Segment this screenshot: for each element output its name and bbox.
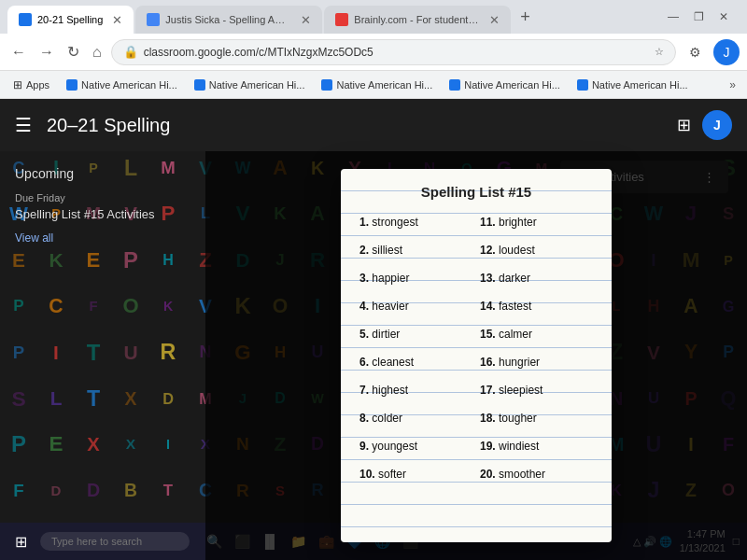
assignment-name: Spelling List #15 Activities xyxy=(15,207,190,221)
view-all-link[interactable]: View all xyxy=(15,231,53,245)
spelling-item: 12. loudest xyxy=(480,237,593,263)
reload-button[interactable]: ↻ xyxy=(63,39,83,64)
bookmark-label-1: Native American Hi... xyxy=(81,79,177,91)
bookmark-favicon-1 xyxy=(66,79,78,91)
spelling-item: 16. hungrier xyxy=(480,349,593,375)
close-button[interactable]: ✕ xyxy=(719,10,728,23)
start-button[interactable]: ⊞ xyxy=(7,529,35,554)
spelling-item: 8. colder xyxy=(359,405,472,431)
bookmark-favicon-4 xyxy=(449,79,460,91)
tab-label-3: Brainly.com - For students. By st... xyxy=(354,14,480,25)
spelling-paper: Spelling List #15 1. strongest11. bright… xyxy=(341,169,612,542)
tab-close-1[interactable]: ✕ xyxy=(112,13,122,27)
spelling-item: 19. windiest xyxy=(480,433,593,459)
paper-title: Spelling List #15 xyxy=(359,184,593,200)
spelling-item: 20. smoother xyxy=(480,461,593,487)
back-button[interactable]: ← xyxy=(7,40,30,64)
main-content: Upcoming Due Friday Spelling List #15 Ac… xyxy=(0,151,747,560)
spelling-grid: 1. strongest11. brighter2. silliest12. l… xyxy=(359,209,593,487)
spelling-item: 14. fastest xyxy=(480,293,593,319)
bookmark-4[interactable]: Native American Hi... xyxy=(444,77,566,92)
bookmark-3[interactable]: Native American Hi... xyxy=(316,77,438,92)
nav-bar: ← → ↻ ⌂ 🔒 classroom.google.com/c/MTIxNzg… xyxy=(0,34,747,71)
spelling-item: 17. sleepiest xyxy=(480,377,593,403)
spelling-item: 11. brighter xyxy=(480,209,593,235)
bookmark-favicon-2 xyxy=(194,79,205,91)
apps-label: Apps xyxy=(26,79,49,91)
paper-overlay: Spelling List #15 1. strongest11. bright… xyxy=(205,151,747,560)
left-panel: Upcoming Due Friday Spelling List #15 Ac… xyxy=(0,151,205,560)
spelling-item: 18. tougher xyxy=(480,405,593,431)
lock-icon: 🔒 xyxy=(123,45,138,59)
spelling-item: 13. darker xyxy=(480,265,593,291)
app-area: LHNLLUCBFONILTPNMOIHCIPLMVWAKYLNQGMLTIQS… xyxy=(0,99,747,560)
address-bar[interactable]: 🔒 classroom.google.com/c/MTIxNzgxMzc5ODc… xyxy=(111,39,676,65)
bookmark-favicon-3 xyxy=(321,79,332,91)
bookmarks-more[interactable]: » xyxy=(726,77,740,93)
bookmark-favicon-5 xyxy=(577,79,588,91)
header-right: ⊞ J xyxy=(677,110,732,140)
spelling-item: 10. softer xyxy=(359,461,472,487)
star-icon[interactable]: ☆ xyxy=(655,46,664,58)
apps-icon: ⊞ xyxy=(13,78,22,91)
tab-close-3[interactable]: ✕ xyxy=(489,13,500,27)
search-box[interactable] xyxy=(40,532,190,551)
due-date: Due Friday xyxy=(15,192,190,203)
extensions-icon[interactable]: ⚙ xyxy=(682,39,708,65)
profile-icon[interactable]: J xyxy=(713,39,740,65)
url-text: classroom.google.com/c/MTIxNzgxMzc5ODc5 xyxy=(144,46,649,59)
bookmark-1[interactable]: Native American Hi... xyxy=(61,77,183,92)
minimize-button[interactable]: — xyxy=(668,10,679,23)
classroom-header: ☰ 20–21 Spelling ⊞ J xyxy=(0,99,747,151)
spelling-item: 6. cleanest xyxy=(359,349,472,375)
tab-bar: 20-21 Spelling ✕ Justis Sicka - Spelling… xyxy=(0,0,747,34)
bookmark-label-2: Native American Hi... xyxy=(209,79,305,91)
bookmark-2[interactable]: Native American Hi... xyxy=(189,77,311,92)
bookmarks-bar: ⊞ Apps Native American Hi... Native Amer… xyxy=(0,71,747,99)
apps-bookmark[interactable]: ⊞ Apps xyxy=(7,77,55,93)
tab-label-1: 20-21 Spelling xyxy=(37,14,103,25)
spelling-item: 5. dirtier xyxy=(359,321,472,347)
window-controls: — ❐ ✕ xyxy=(656,10,740,23)
bookmark-label-4: Native American Hi... xyxy=(464,79,560,91)
tab-label-2: Justis Sicka - Spelling ABC Orde... xyxy=(165,14,291,25)
hamburger-icon[interactable]: ☰ xyxy=(15,114,32,136)
upcoming-title: Upcoming xyxy=(15,166,190,181)
bookmark-5[interactable]: Native American Hi... xyxy=(571,77,694,92)
center-content: #15 Activities ⋮ Spelling List #15 1. st… xyxy=(205,151,747,560)
spelling-item: 4. heavier xyxy=(359,293,472,319)
spelling-item: 7. highest xyxy=(359,377,472,403)
nav-icons: ⚙ J xyxy=(682,39,740,65)
tab-3[interactable]: Brainly.com - For students. By st... ✕ xyxy=(324,6,511,34)
app-title: 20–21 Spelling xyxy=(47,115,170,136)
bookmark-label-3: Native American Hi... xyxy=(336,79,432,91)
tab-close-2[interactable]: ✕ xyxy=(301,13,311,27)
bookmark-label-5: Native American Hi... xyxy=(592,79,688,91)
maximize-button[interactable]: ❐ xyxy=(694,10,704,23)
new-tab-button[interactable]: + xyxy=(513,7,538,27)
tab-favicon-3 xyxy=(335,13,348,26)
home-button[interactable]: ⌂ xyxy=(89,40,106,64)
spelling-item: 1. strongest xyxy=(359,209,472,235)
spelling-item: 3. happier xyxy=(359,265,472,291)
tab-favicon xyxy=(19,13,32,26)
spelling-item: 9. youngest xyxy=(359,433,472,459)
spelling-item: 15. calmer xyxy=(480,321,593,347)
spelling-item: 2. silliest xyxy=(359,237,472,263)
tab-2[interactable]: Justis Sicka - Spelling ABC Orde... ✕ xyxy=(135,6,322,34)
grid-icon[interactable]: ⊞ xyxy=(677,115,691,135)
tab-active[interactable]: 20-21 Spelling ✕ xyxy=(7,6,134,34)
browser-frame: 20-21 Spelling ✕ Justis Sicka - Spelling… xyxy=(0,0,747,560)
avatar[interactable]: J xyxy=(702,110,732,140)
tab-favicon-2 xyxy=(147,13,160,26)
forward-button[interactable]: → xyxy=(35,40,58,64)
